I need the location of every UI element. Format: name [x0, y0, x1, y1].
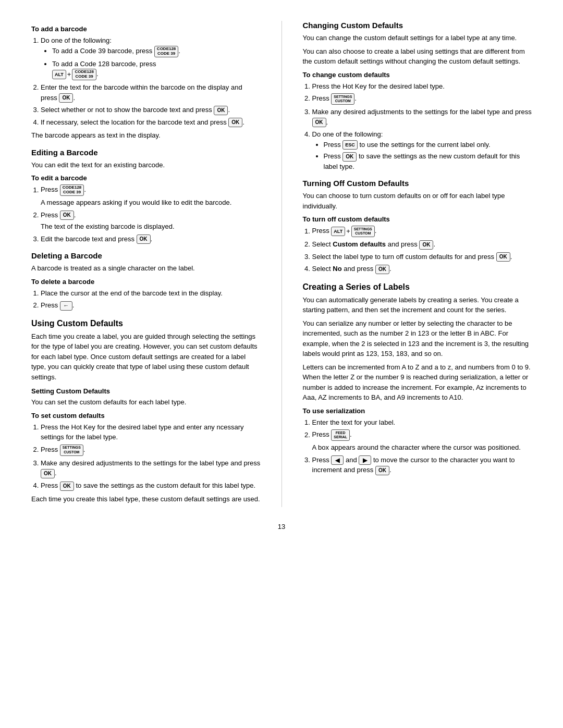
serial-step2-note: A box appears around the character where… [312, 442, 532, 453]
set-step-2: Press SETTINGSCUSTOM. [41, 445, 261, 456]
feed-serial-key: FEEDSERIAL [331, 429, 350, 441]
turn-off-step-3: Select the label type to turn off custom… [312, 252, 532, 262]
barcode-display-note: The barcode appears as text in the displ… [31, 130, 261, 141]
turn-off-steps: Press ALT + SETTINGSCUSTOM . Select Cust… [312, 226, 532, 274]
creating-series-body2: You can serialize any number or letter b… [303, 318, 532, 359]
changing-custom-body1: You can change the custom default settin… [303, 33, 532, 43]
editing-barcode-body: You can edit the text for an existing ba… [31, 160, 261, 170]
alt-plus-settings: ALT + SETTINGSCUSTOM [331, 226, 374, 237]
change-bullet-esc: Press ESC to use the settings for the cu… [324, 140, 532, 150]
backspace-key: ← [60, 301, 72, 311]
to-edit-barcode-heading: To edit a barcode [31, 174, 261, 182]
to-change-custom-heading: To change custom defaults [303, 71, 532, 79]
to-add-barcode-heading: To add a barcode [31, 25, 261, 33]
serial-step-2: Press FEEDSERIAL. A box appears around t… [312, 429, 532, 453]
to-use-serialization-heading: To use serialization [303, 407, 532, 415]
code128-code39-key-2: CODE128CODE 39 [72, 69, 96, 80]
change-step-4: Do one of the following: Press ESC to us… [312, 129, 532, 171]
creating-series-body3: Letters can be incremented from A to Z a… [303, 362, 532, 403]
settings-custom-key-1: SETTINGSCUSTOM [60, 445, 83, 456]
set-custom-steps: Press the Hot Key for the desired label … [41, 422, 261, 491]
left-column: To add a barcode Do one of the following… [31, 21, 261, 507]
edit-step-1: Press CODE128CODE 39. A message appears … [41, 184, 261, 208]
left-arrow-key: ◀ [331, 455, 344, 465]
edit-barcode-steps: Press CODE128CODE 39. A message appears … [41, 184, 261, 244]
turn-off-step-1: Press ALT + SETTINGSCUSTOM . [312, 226, 532, 237]
deleting-barcode-heading: Deleting a Barcode [31, 251, 261, 260]
step-3: Select whether or not to show the barcod… [41, 105, 261, 115]
serial-step-3: Press ◀ and ▶ to move the cursor to the … [312, 455, 532, 475]
change-step-1: Press the Hot Key for the desired label … [312, 81, 532, 92]
change-step-2: Press SETTINGSCUSTOM. [312, 93, 532, 105]
changing-custom-heading: Changing Custom Defaults [303, 21, 532, 30]
delete-step-1: Place the cursor at the end of the barco… [41, 288, 261, 299]
changing-custom-body2: You can also choose to create a label us… [303, 46, 532, 67]
code128-code39-edit-key: CODE128CODE 39 [60, 184, 84, 196]
esc-key: ESC [342, 140, 358, 150]
settings-custom-key-2: SETTINGSCUSTOM [331, 93, 354, 105]
delete-step-2: Press ←. [41, 300, 261, 311]
using-custom-footer: Each time you create this label type, th… [31, 494, 261, 504]
ok-key-step2: OK [59, 93, 73, 103]
edit-step1-note: A message appears asking if you would li… [41, 198, 261, 208]
setting-custom-heading: Setting Custom Defaults [31, 387, 261, 395]
serial-step-1: Enter the text for your label. [312, 417, 532, 428]
ok-key-set3: OK [41, 469, 55, 478]
to-set-custom-heading: To set custom defaults [31, 412, 261, 419]
turn-off-step-2: Select Custom defaults and press OK. [312, 239, 532, 250]
step-4: If necessary, select the location for th… [41, 117, 261, 128]
settings-custom-key-3: SETTINGSCUSTOM [351, 226, 375, 237]
bullet-code39: To add a Code 39 barcode, press CODE128C… [52, 46, 261, 57]
custom-defaults-bold: Custom defaults [333, 240, 386, 248]
change-step4-bullets: Press ESC to use the settings for the cu… [324, 140, 532, 172]
edit-step-3: Edit the barcode text and press OK. [41, 234, 261, 244]
change-custom-steps: Press the Hot Key for the desired label … [312, 81, 532, 172]
ok-key-change4: OK [342, 152, 357, 162]
to-delete-barcode-heading: To delete a barcode [31, 278, 261, 286]
turn-off-step-4: Select No and press OK. [312, 264, 532, 274]
using-custom-body1: Each time you create a label, you are gu… [31, 331, 261, 382]
ok-key-set4: OK [60, 482, 74, 491]
serialization-steps: Enter the text for your label. Press FEE… [312, 417, 532, 475]
step-1: Do one of the following: To add a Code 3… [41, 35, 261, 80]
ok-key-turnoff3: OK [496, 252, 510, 262]
step1-bullets: To add a Code 39 barcode, press CODE128C… [52, 46, 261, 81]
alt-plus-code-key: ALT + CODE128CODE 39 [52, 69, 96, 80]
page-number: 13 [31, 523, 532, 530]
alt-key: ALT [52, 70, 66, 79]
step1-text: Do one of the following: [41, 36, 112, 44]
creating-series-body1: You can automatically generate labels by… [303, 295, 532, 315]
set-step-1: Press the Hot Key for the desired label … [41, 422, 261, 442]
edit-step-2: Press OK. The text of the existing barco… [41, 210, 261, 232]
editing-barcode-heading: Editing a Barcode [31, 148, 261, 157]
set-step-3: Make any desired adjustments to the sett… [41, 458, 261, 478]
ok-key-serial3: OK [375, 466, 389, 475]
right-arrow-key: ▶ [359, 455, 371, 465]
no-bold: No [333, 265, 341, 273]
alt-key-2: ALT [331, 227, 345, 236]
code128-code39-key-1: CODE128CODE 39 [154, 46, 178, 57]
change-bullet-ok: Press OK to save the settings as the new… [324, 151, 532, 171]
ok-key-turnoff2: OK [419, 240, 433, 250]
column-divider [282, 21, 282, 507]
set-step-4: Press OK to save the settings as the cus… [41, 480, 261, 491]
turning-off-heading: Turning Off Custom Defaults [303, 179, 532, 188]
setting-custom-body: You can set the custom defaults for each… [31, 397, 261, 408]
ok-key-turnoff4: OK [375, 265, 389, 274]
using-custom-defaults-heading: Using Custom Defaults [31, 319, 261, 328]
ok-key-step3: OK [214, 106, 228, 115]
add-barcode-steps: Do one of the following: To add a Code 3… [41, 35, 261, 127]
change-step-3: Make any desired adjustments to the sett… [312, 107, 532, 127]
turning-off-body: You can choose to turn custom defaults o… [303, 191, 532, 211]
edit-step2-note: The text of the existing barcode is disp… [41, 221, 261, 232]
bullet-code128: To add a Code 128 barcode, press ALT + C… [52, 59, 261, 81]
ok-key-change3: OK [312, 118, 326, 127]
ok-key-step4: OK [228, 118, 242, 127]
right-column: Changing Custom Defaults You can change … [303, 21, 532, 507]
step-2: Enter the text for the barcode within th… [41, 82, 261, 103]
ok-key-edit3: OK [137, 235, 151, 244]
deleting-barcode-body: A barcode is treated as a single charact… [31, 263, 261, 274]
delete-barcode-steps: Place the cursor at the end of the barco… [41, 288, 261, 311]
to-turn-off-heading: To turn off custom defaults [303, 215, 532, 223]
ok-key-edit2: OK [60, 211, 74, 220]
